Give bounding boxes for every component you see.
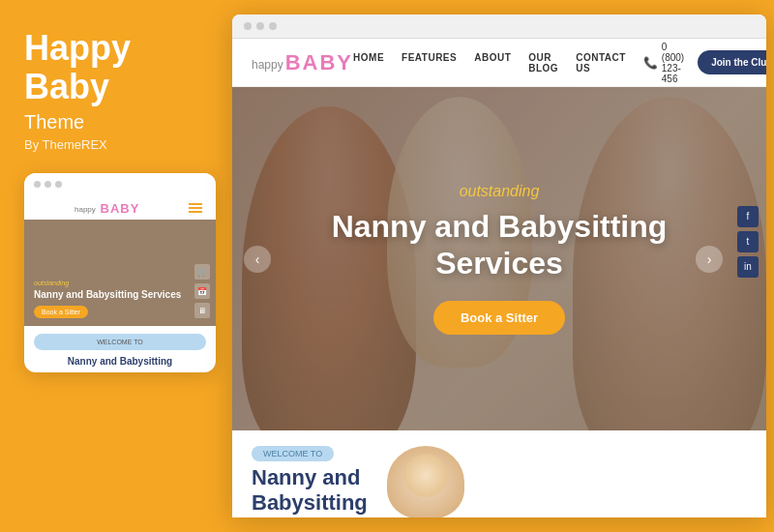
phone-number: 0 (800) 123-456: [662, 42, 684, 84]
mobile-hero-image: outstanding Nanny and Babysitting Servic…: [24, 220, 216, 326]
logo-baby-text: BABY: [285, 50, 353, 75]
welcome-badge: WELCOME TO: [252, 446, 334, 461]
mobile-logo-text: BABY: [101, 201, 140, 216]
site-logo: happy BABY: [252, 50, 353, 75]
phone-icon: 📞: [643, 56, 658, 70]
hero-outstanding-text: outstanding: [460, 183, 540, 200]
browser-dot-3: [269, 22, 277, 30]
mobile-dot-3: [55, 181, 62, 188]
below-hero-section: WELCOME TO Nanny and Babysitting: [232, 430, 766, 517]
side-social-icons: f t in: [737, 206, 759, 278]
nav-links: HOME FEATURES ABOUT OUR BLOG CONTACT US: [353, 52, 626, 74]
hero-main-title: Nanny and Babysitting Services: [332, 208, 668, 282]
mobile-dot-2: [45, 181, 51, 188]
theme-title: Happy Baby: [24, 29, 208, 105]
below-hero-image: [387, 446, 464, 517]
mobile-hamburger-icon[interactable]: [189, 203, 202, 213]
mobile-side-icons: 🛒 📅 🖥: [194, 264, 210, 318]
mobile-icon-calendar: 📅: [194, 283, 210, 299]
mobile-hero-title: Nanny and Babysitting Services: [34, 288, 206, 301]
browser-chrome-bar: [232, 15, 766, 39]
join-club-button[interactable]: Join the Club: [698, 50, 766, 74]
mobile-card-dots: [24, 173, 216, 195]
twitter-icon[interactable]: t: [737, 231, 759, 252]
site-navigation: happy BABY HOME FEATURES ABOUT OUR BLOG …: [232, 39, 766, 87]
mobile-hero-overlay: outstanding Nanny and Babysitting Servic…: [24, 220, 216, 326]
mobile-hero-outstanding: outstanding: [34, 280, 206, 286]
below-hero-text: WELCOME TO Nanny and Babysitting: [252, 446, 368, 517]
hero-overlay: outstanding Nanny and Babysitting Servic…: [232, 87, 766, 430]
browser-dot-1: [244, 22, 252, 30]
site-hero: outstanding Nanny and Babysitting Servic…: [232, 87, 766, 430]
hero-next-arrow[interactable]: ›: [696, 246, 723, 273]
mobile-section-title: Nanny and Babysitting: [24, 354, 216, 372]
mobile-welcome-badge: WELCOME TO: [34, 334, 206, 350]
nav-home[interactable]: HOME: [353, 52, 384, 74]
theme-author: By ThemeREX: [24, 137, 208, 152]
facebook-icon[interactable]: f: [737, 206, 759, 227]
logo-happy-text: happy: [252, 58, 283, 72]
nav-about[interactable]: ABOUT: [474, 52, 511, 74]
mobile-book-sitter-button[interactable]: Book a Sitter: [34, 306, 88, 318]
nav-phone: 📞 0 (800) 123-456: [643, 42, 684, 84]
browser-preview: happy BABY HOME FEATURES ABOUT OUR BLOG …: [232, 15, 766, 517]
hero-book-button[interactable]: Book a Sitter: [433, 301, 565, 335]
mobile-logo-bar: happy BABY: [24, 195, 216, 220]
mobile-icon-browser: 🖥: [194, 303, 210, 318]
mobile-preview-card: happy BABY outstanding Nanny and Babysit…: [24, 173, 216, 372]
linkedin-icon[interactable]: in: [737, 256, 759, 278]
theme-subtitle: Theme: [24, 111, 208, 133]
left-panel: Happy Baby Theme By ThemeREX happy BABY …: [0, 0, 232, 532]
nav-blog[interactable]: OUR BLOG: [528, 52, 558, 74]
nav-contact[interactable]: CONTACT US: [576, 52, 626, 74]
hero-prev-arrow[interactable]: ‹: [244, 246, 271, 273]
mobile-dot-1: [34, 181, 41, 188]
nav-features[interactable]: FEATURES: [402, 52, 457, 74]
mobile-icon-cart: 🛒: [194, 264, 210, 280]
browser-dot-2: [256, 22, 264, 30]
mobile-logo-sub: happy: [74, 205, 96, 214]
below-hero-title: Nanny and Babysitting: [252, 465, 368, 517]
